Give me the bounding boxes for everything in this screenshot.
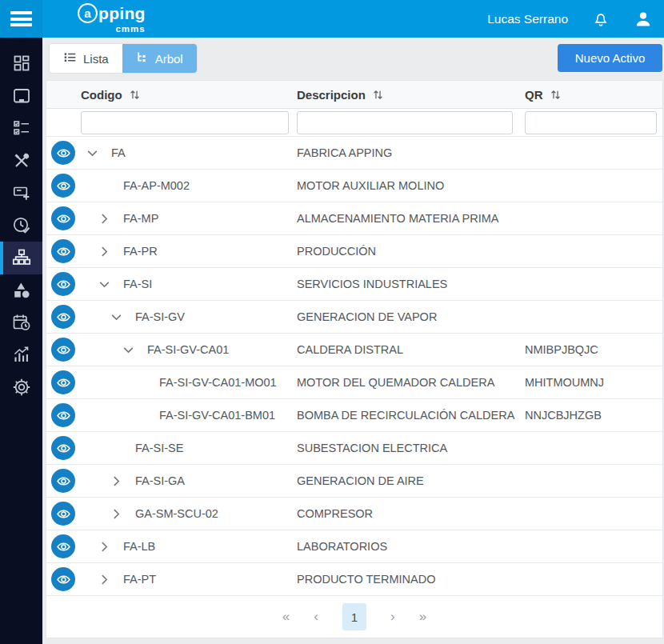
asset-description: LABORATORIOS — [297, 540, 525, 553]
pagination-prev-button[interactable]: ‹ — [314, 609, 318, 625]
assets-table-card: Codigo Descripcion — [46, 80, 663, 638]
tab-lista[interactable]: Lista — [50, 44, 122, 73]
asset-code: FA-SI-GV-CA01-MO01 — [159, 376, 277, 389]
hamburger-icon — [10, 11, 32, 26]
sidebar-item-shapes[interactable] — [0, 274, 42, 307]
logo-subtext: cmms — [78, 25, 146, 34]
sidebar-item-gear[interactable] — [0, 371, 42, 404]
view-asset-button[interactable] — [51, 141, 75, 165]
pagination-page-1[interactable]: 1 — [342, 603, 366, 630]
user-avatar-icon[interactable] — [634, 10, 653, 29]
tools-icon — [12, 151, 31, 170]
app-logo: apping cmms — [78, 3, 146, 34]
sidebar-item-monitor[interactable] — [0, 80, 42, 113]
view-asset-button[interactable] — [51, 338, 75, 362]
sidebar-item-request-add[interactable] — [0, 177, 42, 210]
chevron-down-icon[interactable] — [117, 343, 147, 357]
sidebar-item-dashboard[interactable] — [0, 47, 42, 80]
monitor-icon — [12, 86, 31, 106]
asset-code: FA — [111, 146, 126, 159]
view-tabs: Lista Arbol — [50, 44, 197, 73]
column-header-qr[interactable]: QR — [525, 88, 662, 102]
sidebar-item-stats[interactable] — [0, 339, 42, 372]
table-row: FA-PRPRODUCCIÓN — [46, 235, 662, 268]
logo-gear-a-icon: a — [78, 3, 98, 23]
view-asset-button[interactable] — [51, 174, 75, 198]
shapes-icon — [12, 281, 31, 300]
user-name[interactable]: Lucas Serrano — [487, 12, 568, 26]
view-asset-button[interactable] — [51, 370, 75, 394]
sidebar-item-asset-tree[interactable] — [0, 242, 42, 274]
view-asset-button[interactable] — [51, 469, 75, 493]
topbar: apping cmms Lucas Serrano — [0, 0, 664, 38]
chevron-right-icon[interactable] — [105, 474, 135, 488]
sidebar-item-calendar-clock[interactable] — [0, 306, 42, 339]
chevron-right-icon[interactable] — [105, 507, 135, 521]
chevron-down-icon[interactable] — [81, 146, 111, 160]
chevron-down-icon[interactable] — [105, 310, 135, 324]
chevron-right-icon[interactable] — [93, 245, 123, 258]
view-asset-button[interactable] — [51, 272, 75, 296]
asset-code: FA-SI-GV — [135, 310, 185, 323]
chevron-right-icon[interactable] — [93, 573, 123, 586]
sidebar-item-clock-check[interactable] — [0, 210, 42, 242]
filter-qr-input[interactable] — [525, 111, 657, 134]
view-asset-button[interactable] — [51, 534, 75, 558]
column-header-descripcion[interactable]: Descripcion — [297, 88, 525, 102]
view-asset-button[interactable] — [51, 305, 75, 329]
table-row: FA-SI-GV-CA01-BM01BOMBA DE RECIRCULACIÓN… — [46, 399, 662, 432]
sidebar-item-tools[interactable] — [0, 145, 42, 178]
table-row: FA-MPALMACENAMIENTO MATERIA PRIMA — [46, 202, 662, 235]
column-label: Codigo — [81, 88, 122, 102]
menu-toggle-button[interactable] — [0, 0, 42, 38]
gear-icon — [12, 378, 31, 397]
table-row: FAFABRICA APPING — [46, 137, 662, 170]
view-asset-button[interactable] — [51, 403, 75, 427]
filter-codigo-input[interactable] — [81, 111, 289, 134]
table-row: FA-LBLABORATORIOS — [46, 530, 662, 563]
view-asset-button[interactable] — [51, 436, 75, 460]
view-asset-button[interactable] — [51, 239, 75, 263]
asset-qr: MHITMOUMNJ — [525, 376, 662, 389]
table-row: FA-SI-GVGENERACION DE VAPOR — [46, 301, 662, 334]
pagination-next-button[interactable]: › — [390, 609, 395, 625]
pagination-last-button[interactable]: » — [419, 609, 426, 625]
tab-arbol[interactable]: Arbol — [122, 44, 197, 73]
chevron-down-icon[interactable] — [93, 278, 123, 291]
asset-code: FA-MP — [123, 212, 158, 225]
asset-code: FA-SI-SE — [135, 442, 183, 454]
stats-icon — [12, 346, 31, 365]
asset-tree-icon — [12, 248, 31, 267]
pagination: « ‹ 1 › » — [46, 596, 662, 638]
view-asset-button[interactable] — [51, 206, 75, 230]
notifications-bell-icon[interactable] — [592, 10, 610, 28]
asset-code: FA-SI — [123, 278, 152, 290]
chevron-right-icon[interactable] — [93, 540, 123, 554]
asset-description: COMPRESOR — [297, 507, 525, 520]
asset-description: PRODUCCIÓN — [297, 245, 525, 258]
column-header-codigo[interactable]: Codigo — [81, 88, 297, 102]
table-row: FA-PTPRODUCTO TERMINADO — [46, 563, 662, 596]
asset-code: GA-SM-SCU-02 — [135, 507, 218, 520]
table-row: FA-SI-GV-CA01CALDERA DISTRALNMIBPJBQJC — [46, 334, 662, 366]
chevron-right-icon[interactable] — [93, 212, 123, 226]
sort-icon — [371, 88, 385, 102]
active-indicator — [0, 242, 3, 274]
new-asset-button[interactable]: Nuevo Activo — [558, 44, 662, 72]
filter-descripcion-input[interactable] — [297, 111, 513, 134]
asset-description: GENERACION DE VAPOR — [297, 310, 525, 323]
asset-description: SUBESTACION ELECTRICA — [297, 442, 525, 454]
logo-text: pping — [98, 5, 146, 22]
view-asset-button[interactable] — [51, 567, 75, 591]
asset-code: FA-PR — [123, 245, 158, 258]
dashboard-icon — [12, 54, 31, 73]
view-asset-button[interactable] — [51, 502, 75, 526]
sidebar-item-checklist[interactable] — [0, 112, 42, 145]
asset-description: PRODUCTO TERMINADO — [297, 573, 525, 586]
pagination-first-button[interactable]: « — [282, 609, 290, 625]
asset-description: CALDERA DISTRAL — [297, 343, 525, 356]
sort-icon — [128, 88, 142, 102]
sidebar-nav — [0, 38, 42, 404]
table-row: FA-SI-SESUBESTACION ELECTRICA — [46, 432, 662, 465]
asset-description: ALMACENAMIENTO MATERIA PRIMA — [297, 212, 525, 225]
